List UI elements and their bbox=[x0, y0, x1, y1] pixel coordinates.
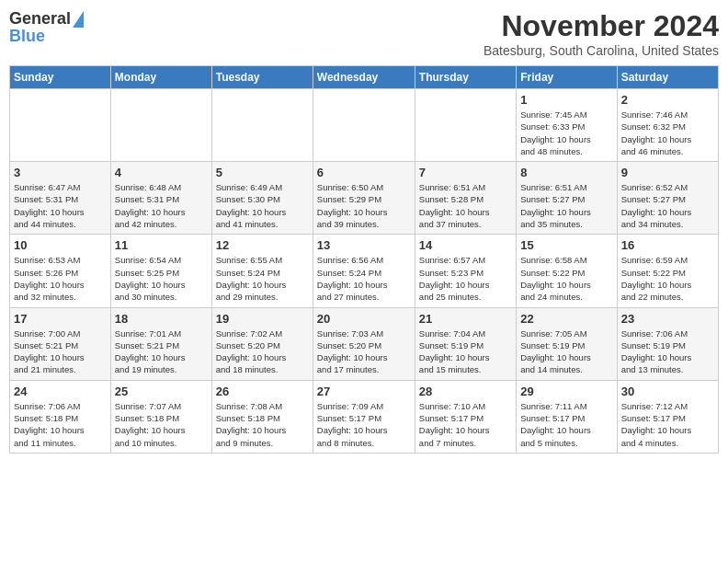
calendar-cell bbox=[110, 89, 211, 162]
calendar: SundayMondayTuesdayWednesdayThursdayFrid… bbox=[9, 65, 719, 454]
week-row-4: 17Sunrise: 7:00 AM Sunset: 5:21 PM Dayli… bbox=[10, 307, 719, 380]
calendar-cell: 7Sunrise: 6:51 AM Sunset: 5:28 PM Daylig… bbox=[415, 162, 516, 235]
day-info: Sunrise: 6:58 AM Sunset: 5:22 PM Dayligh… bbox=[520, 254, 612, 303]
day-info: Sunrise: 6:52 AM Sunset: 5:27 PM Dayligh… bbox=[621, 181, 714, 230]
day-number: 27 bbox=[317, 385, 411, 398]
day-info: Sunrise: 7:11 AM Sunset: 5:17 PM Dayligh… bbox=[520, 400, 612, 449]
calendar-cell: 30Sunrise: 7:12 AM Sunset: 5:17 PM Dayli… bbox=[617, 380, 718, 453]
day-number: 10 bbox=[14, 238, 107, 252]
calendar-cell: 12Sunrise: 6:55 AM Sunset: 5:24 PM Dayli… bbox=[211, 235, 313, 307]
header-friday: Friday bbox=[517, 66, 617, 89]
day-number: 23 bbox=[621, 312, 714, 326]
calendar-cell bbox=[10, 89, 111, 162]
day-number: 2 bbox=[621, 93, 714, 107]
day-number: 29 bbox=[520, 385, 612, 398]
day-number: 25 bbox=[115, 385, 208, 398]
calendar-cell: 3Sunrise: 6:47 AM Sunset: 5:31 PM Daylig… bbox=[10, 162, 111, 235]
day-info: Sunrise: 6:59 AM Sunset: 5:22 PM Dayligh… bbox=[621, 254, 714, 303]
day-number: 17 bbox=[14, 312, 107, 326]
day-number: 13 bbox=[317, 238, 411, 252]
calendar-cell: 6Sunrise: 6:50 AM Sunset: 5:29 PM Daylig… bbox=[313, 162, 415, 235]
day-info: Sunrise: 7:03 AM Sunset: 5:20 PM Dayligh… bbox=[317, 327, 411, 376]
calendar-cell: 23Sunrise: 7:06 AM Sunset: 5:19 PM Dayli… bbox=[617, 307, 718, 380]
day-info: Sunrise: 6:57 AM Sunset: 5:23 PM Dayligh… bbox=[419, 254, 512, 303]
day-info: Sunrise: 7:06 AM Sunset: 5:18 PM Dayligh… bbox=[14, 400, 107, 449]
title-block: November 2024 Batesburg, South Carolina,… bbox=[483, 9, 719, 58]
day-info: Sunrise: 7:00 AM Sunset: 5:21 PM Dayligh… bbox=[14, 327, 107, 376]
logo-blue: Blue bbox=[9, 27, 45, 46]
day-number: 14 bbox=[419, 238, 512, 252]
day-info: Sunrise: 6:55 AM Sunset: 5:24 PM Dayligh… bbox=[216, 254, 309, 303]
day-number: 3 bbox=[14, 166, 107, 179]
day-number: 15 bbox=[520, 238, 612, 252]
day-info: Sunrise: 6:54 AM Sunset: 5:25 PM Dayligh… bbox=[115, 254, 208, 303]
day-number: 1 bbox=[520, 93, 612, 107]
day-info: Sunrise: 6:47 AM Sunset: 5:31 PM Dayligh… bbox=[14, 181, 107, 230]
calendar-cell: 13Sunrise: 6:56 AM Sunset: 5:24 PM Dayli… bbox=[313, 235, 415, 307]
location: Batesburg, South Carolina, United States bbox=[483, 43, 719, 58]
day-number: 30 bbox=[621, 385, 714, 398]
calendar-cell: 20Sunrise: 7:03 AM Sunset: 5:20 PM Dayli… bbox=[313, 307, 415, 380]
day-number: 5 bbox=[216, 166, 309, 179]
header-saturday: Saturday bbox=[617, 66, 718, 89]
week-row-5: 24Sunrise: 7:06 AM Sunset: 5:18 PM Dayli… bbox=[10, 380, 719, 453]
logo-triangle-icon bbox=[73, 11, 84, 28]
day-number: 26 bbox=[216, 385, 309, 398]
logo: General Blue bbox=[9, 9, 84, 46]
day-number: 7 bbox=[419, 166, 512, 179]
day-number: 16 bbox=[621, 238, 714, 252]
day-number: 6 bbox=[317, 166, 411, 179]
calendar-cell: 11Sunrise: 6:54 AM Sunset: 5:25 PM Dayli… bbox=[110, 235, 211, 307]
day-info: Sunrise: 7:02 AM Sunset: 5:20 PM Dayligh… bbox=[216, 327, 309, 376]
day-number: 12 bbox=[216, 238, 309, 252]
day-number: 21 bbox=[419, 312, 512, 326]
calendar-cell bbox=[211, 89, 313, 162]
logo-general: General bbox=[9, 9, 71, 29]
day-number: 28 bbox=[419, 385, 512, 398]
calendar-cell: 15Sunrise: 6:58 AM Sunset: 5:22 PM Dayli… bbox=[517, 235, 617, 307]
day-info: Sunrise: 7:05 AM Sunset: 5:19 PM Dayligh… bbox=[520, 327, 612, 376]
day-info: Sunrise: 6:48 AM Sunset: 5:31 PM Dayligh… bbox=[115, 181, 208, 230]
day-info: Sunrise: 7:04 AM Sunset: 5:19 PM Dayligh… bbox=[419, 327, 512, 376]
calendar-cell: 9Sunrise: 6:52 AM Sunset: 5:27 PM Daylig… bbox=[617, 162, 718, 235]
day-info: Sunrise: 6:50 AM Sunset: 5:29 PM Dayligh… bbox=[317, 181, 411, 230]
calendar-cell: 26Sunrise: 7:08 AM Sunset: 5:18 PM Dayli… bbox=[211, 380, 313, 453]
day-info: Sunrise: 6:56 AM Sunset: 5:24 PM Dayligh… bbox=[317, 254, 411, 303]
day-info: Sunrise: 7:12 AM Sunset: 5:17 PM Dayligh… bbox=[621, 400, 714, 449]
day-number: 4 bbox=[115, 166, 208, 179]
week-row-2: 3Sunrise: 6:47 AM Sunset: 5:31 PM Daylig… bbox=[10, 162, 719, 235]
calendar-cell bbox=[313, 89, 415, 162]
header-tuesday: Tuesday bbox=[211, 66, 313, 89]
calendar-cell: 21Sunrise: 7:04 AM Sunset: 5:19 PM Dayli… bbox=[415, 307, 516, 380]
day-info: Sunrise: 7:06 AM Sunset: 5:19 PM Dayligh… bbox=[621, 327, 714, 376]
day-info: Sunrise: 7:01 AM Sunset: 5:21 PM Dayligh… bbox=[115, 327, 208, 376]
calendar-cell: 27Sunrise: 7:09 AM Sunset: 5:17 PM Dayli… bbox=[313, 380, 415, 453]
header-sunday: Sunday bbox=[10, 66, 111, 89]
calendar-cell bbox=[415, 89, 516, 162]
header-thursday: Thursday bbox=[415, 66, 516, 89]
day-info: Sunrise: 7:46 AM Sunset: 6:32 PM Dayligh… bbox=[621, 109, 714, 157]
calendar-cell: 4Sunrise: 6:48 AM Sunset: 5:31 PM Daylig… bbox=[110, 162, 211, 235]
day-info: Sunrise: 6:49 AM Sunset: 5:30 PM Dayligh… bbox=[216, 181, 309, 230]
day-info: Sunrise: 7:08 AM Sunset: 5:18 PM Dayligh… bbox=[216, 400, 309, 449]
header-wednesday: Wednesday bbox=[313, 66, 415, 89]
calendar-cell: 17Sunrise: 7:00 AM Sunset: 5:21 PM Dayli… bbox=[10, 307, 111, 380]
day-number: 8 bbox=[520, 166, 612, 179]
day-number: 9 bbox=[621, 166, 714, 179]
day-number: 11 bbox=[115, 238, 208, 252]
week-row-1: 1Sunrise: 7:45 AM Sunset: 6:33 PM Daylig… bbox=[10, 89, 719, 162]
calendar-header: SundayMondayTuesdayWednesdayThursdayFrid… bbox=[10, 66, 719, 89]
day-info: Sunrise: 6:51 AM Sunset: 5:27 PM Dayligh… bbox=[520, 181, 612, 230]
day-info: Sunrise: 6:53 AM Sunset: 5:26 PM Dayligh… bbox=[14, 254, 107, 303]
day-info: Sunrise: 7:09 AM Sunset: 5:17 PM Dayligh… bbox=[317, 400, 411, 449]
calendar-cell: 16Sunrise: 6:59 AM Sunset: 5:22 PM Dayli… bbox=[617, 235, 718, 307]
day-number: 19 bbox=[216, 312, 309, 326]
day-number: 20 bbox=[317, 312, 411, 326]
calendar-cell: 22Sunrise: 7:05 AM Sunset: 5:19 PM Dayli… bbox=[517, 307, 617, 380]
day-info: Sunrise: 7:07 AM Sunset: 5:18 PM Dayligh… bbox=[115, 400, 208, 449]
month-title: November 2024 bbox=[483, 9, 719, 43]
calendar-cell: 1Sunrise: 7:45 AM Sunset: 6:33 PM Daylig… bbox=[517, 89, 617, 162]
week-row-3: 10Sunrise: 6:53 AM Sunset: 5:26 PM Dayli… bbox=[10, 235, 719, 307]
calendar-cell: 2Sunrise: 7:46 AM Sunset: 6:32 PM Daylig… bbox=[617, 89, 718, 162]
day-number: 24 bbox=[14, 385, 107, 398]
